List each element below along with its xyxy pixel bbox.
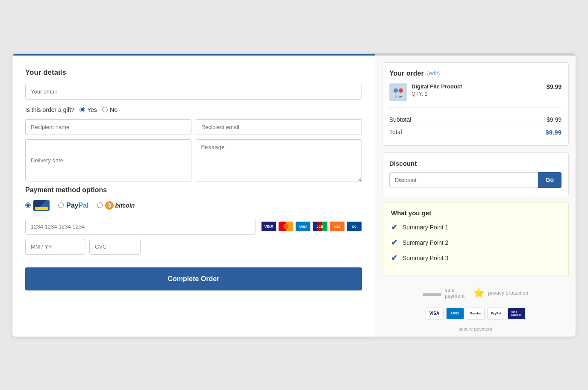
card-input-row: VISA AMEX JCB DISC DC [25, 219, 362, 235]
wyg-item-3-text: Summary Point 3 [403, 255, 448, 261]
privacy-protection-badge: ⭐ privacy protection [473, 287, 528, 299]
credit-card-option[interactable] [25, 200, 50, 211]
privacy-icon: ⭐ [473, 287, 485, 299]
svg-point-1 [394, 88, 398, 93]
order-header: Your order (edit) [389, 70, 562, 77]
cvc-input[interactable] [89, 239, 141, 255]
subtotal-label: Subtotal [389, 116, 411, 123]
total-row: Total $9.99 [389, 126, 562, 138]
edit-link[interactable]: (edit) [427, 70, 440, 76]
expiry-wrapper [25, 239, 85, 255]
bitcoin-radio[interactable] [97, 202, 103, 208]
gift-bottom [25, 139, 362, 182]
checkout-container: Your details Is this order a gift? Yes N… [12, 53, 576, 337]
diners-icon: DC [347, 221, 362, 232]
secure-paypal-icon: PayPal [487, 308, 505, 320]
product-info: Digital File Product QTY: 1 [412, 83, 542, 97]
total-value: $9.99 [545, 129, 562, 136]
safe-payment-icon: ▬▬ [423, 287, 441, 299]
discount-input-row: Go [389, 172, 562, 188]
svg-text:Love: Love [395, 95, 402, 98]
product-thumbnail: Love [389, 83, 407, 101]
card-number-input[interactable] [25, 219, 256, 235]
subtotal-row: Subtotal $9.99 [389, 114, 562, 126]
recipient-email-input[interactable] [196, 119, 362, 135]
amex-icon: AMEX [295, 221, 311, 232]
gift-question-label: Is this order a gift? [25, 106, 74, 113]
gift-yes-text: Yes [87, 106, 97, 113]
gift-fields [25, 119, 362, 135]
gift-question-row: Is this order a gift? Yes No [25, 106, 362, 113]
what-you-get-section: What you get ✔ Summary Point 1 ✔ Summary… [382, 202, 569, 276]
product-price: $9.99 [547, 83, 562, 90]
wyg-item-3: ✔ Summary Point 3 [391, 253, 560, 263]
complete-order-button[interactable]: Complete Order [25, 267, 362, 290]
wyg-item-2: ✔ Summary Point 2 [391, 238, 560, 247]
recipient-name-input[interactable] [25, 119, 191, 135]
credit-card-radio[interactable] [25, 202, 31, 208]
gift-no-radio[interactable] [102, 107, 108, 112]
check-icon-3: ✔ [391, 253, 397, 263]
safe-payment-label: safepayment [445, 287, 465, 299]
gift-no-label[interactable]: No [102, 106, 118, 113]
email-group [25, 84, 362, 100]
bitcoin-logo: ₿ bitcoin [105, 201, 135, 210]
discount-input[interactable] [389, 172, 538, 188]
payment-title: Payment method options [25, 186, 362, 194]
order-title: Your order [389, 70, 424, 77]
check-icon-2: ✔ [391, 238, 397, 247]
product-image: Love [390, 84, 407, 101]
order-summary-section: Your order (edit) Love Digital File Prod… [382, 62, 569, 146]
paypal-logo: PayPal [66, 202, 88, 209]
wyg-title: What you get [391, 209, 560, 217]
secure-amex-icon: AMEX [446, 308, 464, 320]
expiry-input[interactable] [25, 239, 85, 255]
check-icon-1: ✔ [391, 223, 397, 232]
privacy-protection-label: privacy protection [488, 290, 528, 296]
mastercard-icon [278, 221, 294, 232]
gift-yes-radio[interactable] [79, 107, 85, 112]
paypal-option[interactable]: PayPal [58, 202, 88, 209]
email-input[interactable] [25, 84, 362, 100]
discover-icon: DISC [329, 221, 345, 232]
discount-title: Discount [389, 160, 562, 167]
cvc-wrapper [89, 239, 141, 255]
visa-icon: VISA [261, 221, 276, 232]
left-panel: Your details Is this order a gift? Yes N… [12, 54, 375, 337]
order-item: Love Digital File Product QTY: 1 $9.99 [389, 83, 562, 108]
product-qty: QTY: 1 [412, 91, 542, 97]
message-input[interactable] [196, 139, 362, 182]
cc-stripe [35, 207, 48, 210]
expiry-cvc-row [25, 239, 362, 255]
secure-payment-text: secure payment [375, 326, 576, 337]
bitcoin-option[interactable]: ₿ bitcoin [97, 201, 135, 210]
details-title: Your details [25, 68, 362, 77]
jcb-icon: JCB [312, 221, 328, 232]
wyg-item-1-text: Summary Point 1 [403, 224, 448, 231]
discount-section: Discount Go [382, 152, 569, 195]
delivery-date-input[interactable] [25, 139, 191, 182]
safe-payment-badge: ▬▬ safepayment [423, 287, 465, 299]
svg-point-2 [399, 88, 403, 93]
secure-cards-row: VISA AMEX Maestro PayPal VISAElectron [375, 303, 576, 326]
svg-rect-0 [390, 84, 407, 101]
trust-badges: ▬▬ safepayment ⭐ privacy protection [382, 283, 569, 303]
subtotal-value: $9.99 [547, 116, 562, 123]
total-label: Total [389, 129, 402, 136]
secure-visa-electron-icon: VISAElectron [508, 308, 526, 320]
secure-visa-icon: VISA [426, 308, 444, 320]
gift-no-text: No [110, 106, 118, 113]
credit-card-icon [33, 200, 50, 211]
product-name: Digital File Product [412, 83, 542, 90]
wyg-item-1: ✔ Summary Point 1 [391, 223, 560, 232]
card-logos: VISA AMEX JCB DISC DC [261, 221, 362, 232]
paypal-radio[interactable] [58, 202, 64, 208]
secure-maestro-icon: Maestro [467, 308, 485, 320]
gift-yes-label[interactable]: Yes [79, 106, 97, 113]
wyg-item-2-text: Summary Point 2 [403, 239, 448, 246]
discount-go-button[interactable]: Go [538, 172, 562, 188]
card-number-wrapper [25, 219, 256, 235]
payment-methods-row: PayPal ₿ bitcoin [25, 200, 362, 211]
right-panel: Your order (edit) Love Digital File Prod… [375, 54, 576, 337]
